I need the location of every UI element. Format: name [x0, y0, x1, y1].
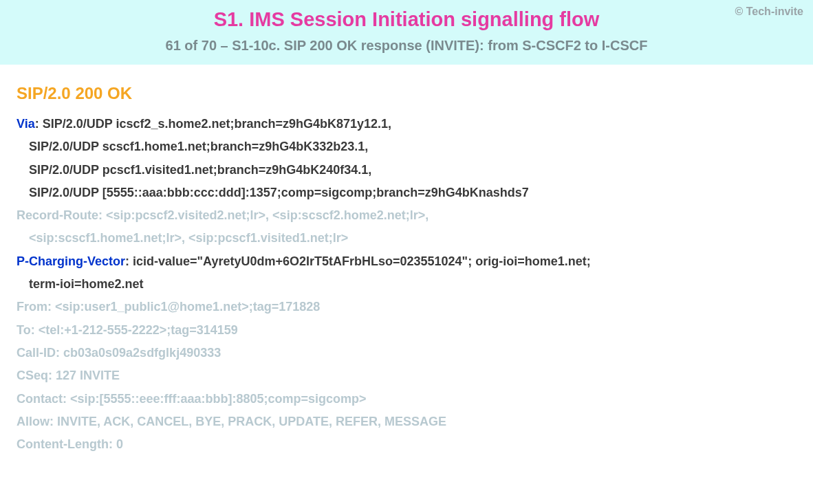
- content-length-header-line: Content-Length: 0: [17, 433, 796, 456]
- allow-header-line: Allow: INVITE, ACK, CANCEL, BYE, PRACK, …: [17, 410, 796, 433]
- contact-header-name: Contact: [17, 392, 63, 406]
- via-header-line-0: Via: SIP/2.0/UDP icscf2_s.home2.net;bran…: [17, 113, 796, 135]
- call-id-header-name: Call-ID: [17, 346, 56, 360]
- record-route-value-0: <sip:pcscf2.visited2.net;lr>, <sip:scscf…: [106, 208, 429, 222]
- content-length-header-name: Content-Length: [17, 437, 109, 451]
- via-header-name: Via: [17, 117, 35, 131]
- via-header-value-0: SIP/2.0/UDP icscf2_s.home2.net;branch=z9…: [43, 117, 391, 131]
- via-header-value-2: SIP/2.0/UDP pcscf1.visited1.net;branch=z…: [17, 159, 796, 182]
- cseq-header-value: 127 INVITE: [56, 369, 120, 382]
- to-header-line: To: <tel:+1-212-555-2222>;tag=314159: [17, 319, 796, 342]
- via-header-value-3: SIP/2.0/UDP [5555::aaa:bbb:ccc:ddd]:1357…: [17, 182, 796, 204]
- record-route-header-name: Record-Route: [17, 208, 98, 222]
- cseq-header-name: CSeq: [17, 369, 48, 382]
- header-banner: © Tech-invite S1. IMS Session Initiation…: [0, 0, 813, 65]
- allow-header-value: INVITE, ACK, CANCEL, BYE, PRACK, UPDATE,…: [57, 415, 446, 428]
- sip-message-body: SIP/2.0 200 OK Via: SIP/2.0/UDP icscf2_s…: [0, 65, 813, 475]
- sip-status-line: SIP/2.0 200 OK: [17, 84, 796, 103]
- page-title: S1. IMS Session Initiation signalling fl…: [11, 8, 802, 31]
- copyright-text: © Tech-invite: [735, 6, 803, 18]
- to-header-name: To: [17, 323, 31, 337]
- record-route-line-0: Record-Route: <sip:pcscf2.visited2.net;l…: [17, 204, 796, 227]
- allow-header-name: Allow: [17, 415, 50, 428]
- call-id-header-line: Call-ID: cb03a0s09a2sdfglkj490333: [17, 342, 796, 364]
- call-id-header-value: cb03a0s09a2sdfglkj490333: [63, 346, 221, 360]
- via-header-value-1: SIP/2.0/UDP scscf1.home1.net;branch=z9hG…: [17, 135, 796, 158]
- record-route-value-1: <sip:scscf1.home1.net;lr>, <sip:pcscf1.v…: [17, 227, 796, 250]
- content-length-header-value: 0: [116, 437, 123, 451]
- contact-header-value: <sip:[5555::eee:fff:aaa:bbb]:8805;comp=s…: [70, 392, 367, 406]
- p-charging-vector-value-0: icid-value="AyretyU0dm+6O2IrT5tAFrbHLso=…: [133, 254, 591, 268]
- from-header-value: <sip:user1_public1@home1.net>;tag=171828: [55, 300, 320, 314]
- p-charging-vector-header-name: P-Charging-Vector: [17, 254, 125, 268]
- p-charging-vector-line-0: P-Charging-Vector: icid-value="AyretyU0d…: [17, 250, 796, 273]
- from-header-line: From: <sip:user1_public1@home1.net>;tag=…: [17, 296, 796, 318]
- cseq-header-line: CSeq: 127 INVITE: [17, 364, 796, 387]
- page-subtitle: 61 of 70 – S1-10c. SIP 200 OK response (…: [11, 38, 802, 54]
- from-header-name: From: [17, 300, 47, 314]
- p-charging-vector-value-1: term-ioi=home2.net: [17, 273, 796, 296]
- contact-header-line: Contact: <sip:[5555::eee:fff:aaa:bbb]:88…: [17, 388, 796, 410]
- to-header-value: <tel:+1-212-555-2222>;tag=314159: [39, 323, 238, 337]
